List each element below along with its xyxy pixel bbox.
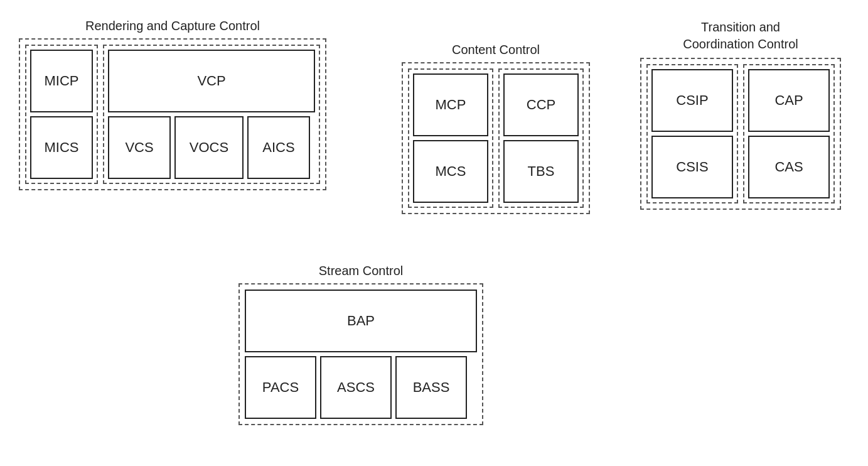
ccp-box: CCP	[503, 73, 579, 136]
vcp-box: VCP	[108, 50, 315, 112]
stream-column: BAP PACS ASCS BASS	[245, 290, 477, 419]
stream-bottom-row: PACS ASCS BASS	[245, 356, 477, 419]
mcs-box: MCS	[413, 140, 488, 203]
cas-box: CAS	[748, 136, 830, 198]
vcp-bottom-row: VCS VOCS AICS	[108, 116, 315, 179]
bass-box: BASS	[395, 356, 467, 419]
cap-column: CAP CAS	[743, 64, 835, 203]
stream-label: Stream Control	[319, 264, 404, 278]
vcs-box: VCS	[108, 116, 171, 179]
content-group: MCP MCS CCP TBS	[402, 62, 590, 214]
mcp-box: MCP	[413, 73, 488, 136]
micp-box: MICP	[30, 50, 93, 112]
pacs-box: PACS	[245, 356, 316, 419]
rendering-label: Rendering and Capture Control	[85, 19, 260, 33]
content-section: Content Control MCP MCS CCP TBS	[402, 43, 590, 214]
transition-group: CSIP CSIS CAP CAS	[640, 58, 841, 210]
csis-box: CSIS	[651, 136, 733, 198]
cap-box: CAP	[748, 69, 830, 132]
csip-box: CSIP	[651, 69, 733, 132]
rendering-section: Rendering and Capture Control MICP MICS …	[19, 19, 326, 190]
aics-box: AICS	[247, 116, 310, 179]
stream-group: BAP PACS ASCS BASS	[238, 283, 483, 425]
transition-label: Transition and Coordination Control	[683, 19, 798, 53]
stream-section: Stream Control BAP PACS ASCS BASS	[238, 264, 483, 425]
csip-column: CSIP CSIS	[646, 64, 738, 203]
content-label: Content Control	[452, 43, 540, 57]
mic-column: MICP MICS	[25, 45, 98, 184]
transition-section: Transition and Coordination Control CSIP…	[640, 19, 841, 210]
mcp-column: MCP MCS	[408, 68, 493, 208]
rendering-group: MICP MICS VCP VCS VOCS AICS	[19, 38, 326, 190]
mics-box: MICS	[30, 116, 93, 179]
bap-box: BAP	[245, 290, 477, 352]
tbs-box: TBS	[503, 140, 579, 203]
vocs-box: VOCS	[174, 116, 244, 179]
ccp-column: CCP TBS	[498, 68, 584, 208]
ascs-box: ASCS	[320, 356, 392, 419]
vcp-column: VCP VCS VOCS AICS	[103, 45, 320, 184]
